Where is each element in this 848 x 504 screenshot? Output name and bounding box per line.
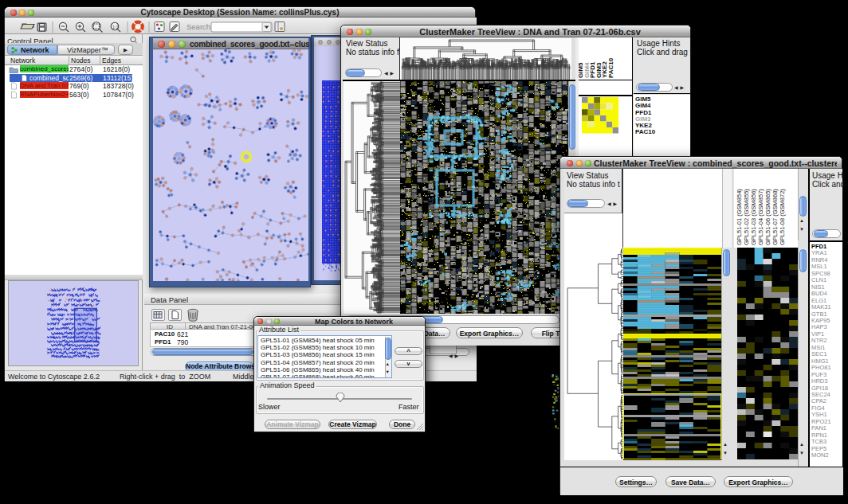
svg-text:PAC10: PAC10 (607, 57, 614, 78)
svg-text:1:1: 1:1 (112, 25, 119, 29)
svg-text:GPL51-04 (GSM857): GPL51-04 (GSM857) (757, 189, 764, 245)
svg-text:GPL51-07 (GSM868): GPL51-07 (GSM868) (771, 189, 779, 245)
svg-text:GPL51-08 (GSM872): GPL51-08 (GSM872) (779, 189, 786, 245)
svg-text:GPL51-06 (GSM865): GPL51-06 (GSM865) (764, 189, 771, 245)
svg-text:GPL51-01 (GSM854): GPL51-01 (GSM854) (736, 189, 743, 245)
svg-text:GPL51-03 (GSM856): GPL51-03 (GSM856) (750, 189, 757, 245)
svg-text:Search:: Search: (186, 22, 213, 31)
svg-text:GPL51-02 (GSM855): GPL51-02 (GSM855) (743, 189, 750, 245)
